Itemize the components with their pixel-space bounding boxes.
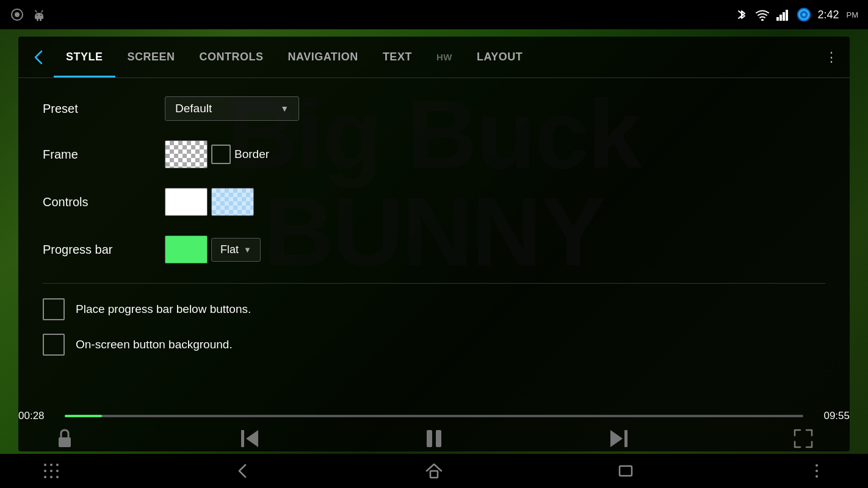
progressbar-style-arrow: ▼: [244, 245, 251, 254]
tab-navigation[interactable]: NAVIGATION: [276, 37, 371, 77]
svg-rect-17: [427, 430, 432, 447]
nav-back-button[interactable]: [228, 456, 258, 486]
svg-rect-30: [430, 471, 438, 478]
svg-point-32: [816, 464, 818, 467]
nav-bar: [0, 454, 868, 488]
nav-recent-button[interactable]: [611, 456, 640, 486]
svg-rect-16: [241, 430, 244, 447]
pause-button[interactable]: [418, 423, 450, 454]
checkbox-button-bg[interactable]: [43, 334, 65, 356]
progress-bar-area: 00:28 09:55: [18, 410, 850, 422]
svg-rect-31: [620, 466, 632, 476]
svg-point-29: [56, 476, 59, 478]
svg-point-34: [816, 475, 818, 478]
tab-style[interactable]: STYLE: [54, 37, 115, 77]
preset-row: Preset Default ▼: [43, 96, 825, 121]
wifi-icon: [755, 7, 770, 22]
time-current: 00:28: [18, 410, 55, 422]
lock-button[interactable]: [49, 423, 81, 454]
svg-point-21: [44, 464, 46, 466]
tab-hw[interactable]: HW: [424, 37, 465, 77]
checkbox-button-bg-text: On-screen button background.: [76, 338, 233, 351]
svg-point-25: [50, 470, 52, 472]
svg-rect-8: [779, 15, 782, 21]
clock-time: 2:42: [817, 9, 839, 21]
settings-panel: STYLE SCREEN CONTROLS NAVIGATION TEXT HW…: [18, 37, 850, 451]
frame-label: Frame: [43, 148, 153, 162]
frame-row: Frame Border: [43, 140, 825, 168]
border-checkbox[interactable]: [211, 145, 231, 164]
svg-point-1: [15, 12, 20, 17]
controls-swatch-blue[interactable]: [211, 188, 254, 216]
progress-track[interactable]: [65, 415, 803, 417]
bluetooth-icon: [734, 7, 749, 22]
svg-point-26: [56, 470, 59, 472]
preset-label: Preset: [43, 102, 153, 116]
progress-fill: [65, 415, 102, 417]
svg-point-2: [37, 15, 38, 16]
nav-apps-button[interactable]: [37, 456, 66, 486]
more-options-button[interactable]: ⋮: [819, 43, 844, 72]
progressbar-label: Progress bar: [43, 243, 153, 257]
tabs-container: STYLE SCREEN CONTROLS NAVIGATION TEXT HW…: [54, 37, 819, 77]
checkbox-progress-below-text: Place progress bar below buttons.: [76, 303, 251, 316]
svg-line-4: [35, 10, 37, 12]
controls-swatch-white[interactable]: [165, 188, 208, 216]
playback-controls: [18, 423, 850, 454]
checkbox-progress-below[interactable]: [43, 298, 65, 320]
settings-content: Preset Default ▼ Frame Border Controls: [18, 78, 850, 451]
prev-button[interactable]: [234, 423, 266, 454]
signal-icon: [776, 7, 790, 22]
svg-point-24: [44, 470, 46, 472]
controls-label: Controls: [43, 195, 153, 209]
progressbar-row: Progress bar Flat ▼: [43, 235, 825, 264]
svg-rect-14: [59, 437, 71, 447]
tab-text[interactable]: TEXT: [371, 37, 424, 77]
border-label: Border: [234, 148, 269, 161]
svg-marker-15: [246, 430, 258, 447]
svg-rect-18: [436, 430, 441, 447]
svg-point-27: [44, 476, 46, 478]
tab-bar: STYLE SCREEN CONTROLS NAVIGATION TEXT HW…: [18, 37, 850, 78]
frame-swatches: Border: [165, 140, 269, 168]
svg-point-6: [761, 19, 764, 21]
svg-point-28: [50, 476, 52, 478]
status-right: 2:42 PM: [734, 7, 858, 22]
checkbox-progress-below-row: Place progress bar below buttons.: [43, 298, 825, 320]
frame-swatch-transparent[interactable]: [165, 140, 208, 168]
back-button[interactable]: [24, 43, 54, 72]
fullscreen-button[interactable]: [787, 423, 819, 454]
svg-rect-7: [776, 17, 779, 21]
nav-more-button[interactable]: [802, 456, 831, 486]
tab-screen[interactable]: SCREEN: [115, 37, 187, 77]
circle-icon: [10, 7, 24, 22]
nav-home-button[interactable]: [419, 456, 449, 486]
tab-controls[interactable]: CONTROLS: [187, 37, 276, 77]
svg-rect-10: [786, 10, 788, 21]
tab-layout[interactable]: LAYOUT: [465, 37, 535, 77]
next-button[interactable]: [603, 423, 635, 454]
svg-point-23: [56, 464, 59, 466]
preset-dropdown[interactable]: Default ▼: [165, 96, 299, 121]
divider: [43, 283, 825, 284]
progressbar-style-dropdown[interactable]: Flat ▼: [211, 238, 261, 262]
controls-row: Controls: [43, 188, 825, 216]
checkbox-button-bg-row: On-screen button background.: [43, 334, 825, 356]
progressbar-style-value: Flat: [220, 243, 239, 256]
android-icon: [32, 7, 46, 22]
status-left: [10, 7, 46, 22]
svg-point-13: [803, 13, 806, 16]
svg-line-5: [42, 10, 43, 12]
preset-value: Default: [175, 102, 273, 115]
time-total: 09:55: [813, 410, 850, 422]
svg-point-33: [816, 470, 818, 472]
progressbar-swatch-green[interactable]: [165, 235, 208, 264]
progressbar-controls: Flat ▼: [165, 235, 261, 264]
controls-swatches: [165, 188, 254, 216]
app-icon: [797, 7, 811, 22]
clock-ampm: PM: [847, 10, 859, 20]
svg-marker-19: [610, 430, 623, 447]
svg-point-22: [50, 464, 52, 466]
svg-rect-20: [624, 430, 627, 447]
status-bar: 2:42 PM: [0, 0, 868, 29]
